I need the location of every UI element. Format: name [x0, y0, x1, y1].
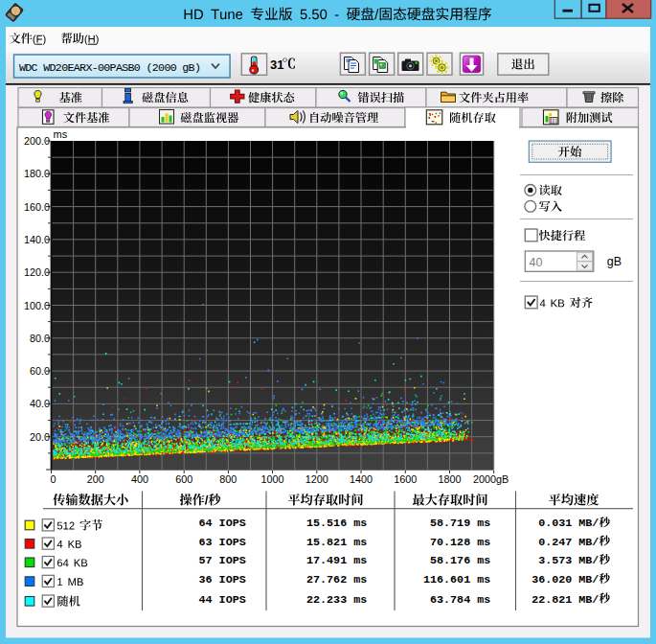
- svg-text:0.031 MB/: 0.031 MB/: [538, 517, 599, 530]
- svg-text:WDC WD20EARX-00PASB0 (2000 gB): WDC WD20EARX-00PASB0 (2000 gB): [19, 61, 200, 74]
- svg-text:2000gB: 2000gB: [473, 473, 509, 485]
- svg-text:17.491 ms: 17.491 ms: [306, 554, 367, 567]
- svg-text:3.573 MB/: 3.573 MB/: [538, 554, 599, 567]
- svg-text:20.0: 20.0: [30, 431, 50, 443]
- svg-text:31: 31: [270, 58, 283, 72]
- svg-text:70.128 ms: 70.128 ms: [430, 536, 490, 549]
- svg-text:22.233 ms: 22.233 ms: [306, 593, 367, 607]
- svg-text:40: 40: [530, 256, 543, 269]
- svg-text:1800: 1800: [438, 473, 461, 485]
- svg-text:15.821 ms: 15.821 ms: [306, 536, 367, 549]
- svg-text:40.0: 40.0: [30, 398, 50, 409]
- svg-text:22.821 MB/: 22.821 MB/: [532, 593, 599, 607]
- svg-text:57 IOPS: 57 IOPS: [199, 554, 246, 567]
- svg-text:1000: 1000: [261, 473, 284, 485]
- svg-text:1600: 1600: [394, 473, 417, 485]
- svg-text:63.784 ms: 63.784 ms: [430, 593, 490, 607]
- svg-text:800: 800: [219, 473, 237, 485]
- svg-text:180.0: 180.0: [24, 168, 50, 179]
- svg-text:100.0: 100.0: [24, 300, 50, 311]
- svg-text:116.601 ms: 116.601 ms: [423, 573, 490, 586]
- svg-text:160.0: 160.0: [24, 201, 50, 213]
- svg-text:44 IOPS: 44 IOPS: [199, 593, 246, 607]
- svg-text:63 IOPS: 63 IOPS: [199, 536, 246, 549]
- svg-text:0: 0: [50, 473, 56, 485]
- svg-text:120.0: 120.0: [24, 266, 50, 278]
- svg-text:36.020 MB/: 36.020 MB/: [532, 573, 599, 586]
- svg-text:80.0: 80.0: [30, 333, 50, 344]
- svg-text:36 IOPS: 36 IOPS: [199, 573, 246, 586]
- svg-text:600: 600: [175, 473, 192, 485]
- svg-text:15.516 ms: 15.516 ms: [306, 517, 367, 530]
- svg-text:58.176 ms: 58.176 ms: [430, 554, 490, 567]
- svg-text:200: 200: [87, 473, 104, 485]
- svg-text:60.0: 60.0: [30, 365, 50, 377]
- svg-text:1200: 1200: [305, 473, 328, 485]
- svg-text:400: 400: [131, 473, 148, 485]
- svg-text:1400: 1400: [350, 473, 373, 485]
- svg-text:140.0: 140.0: [24, 234, 50, 245]
- svg-text:200.0: 200.0: [24, 135, 50, 147]
- svg-text:gB: gB: [607, 255, 622, 268]
- svg-text:ms: ms: [54, 128, 68, 140]
- svg-text:0.247 MB/: 0.247 MB/: [538, 536, 599, 549]
- svg-text:64 IOPS: 64 IOPS: [199, 517, 246, 530]
- svg-text:27.762 ms: 27.762 ms: [306, 573, 367, 586]
- svg-text:58.719 ms: 58.719 ms: [430, 517, 490, 530]
